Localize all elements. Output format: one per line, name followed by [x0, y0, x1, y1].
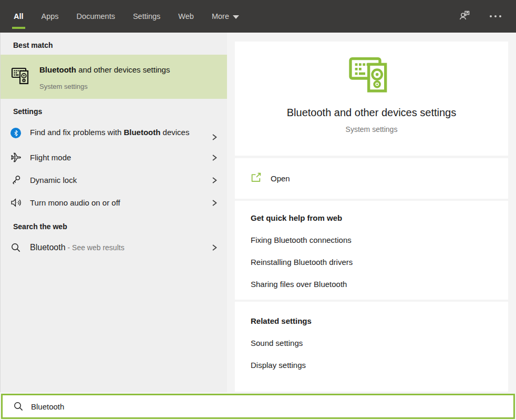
keyboard-speaker-devices-icon: [11, 66, 31, 85]
best-match-result[interactable]: Bluetooth and other devices settings Sys…: [1, 55, 227, 99]
related-settings-header: Related settings: [251, 316, 492, 325]
help-link-fixing-connections[interactable]: Fixing Bluetooth connections: [251, 235, 492, 244]
related-link-sound-settings[interactable]: Sound settings: [251, 339, 492, 347]
web-section-header: Search the web: [1, 214, 227, 236]
search-filter-tabs: All Apps Documents Settings Web More: [14, 0, 239, 33]
search-bar: [1, 394, 515, 419]
tab-web-label: Web: [178, 12, 194, 21]
tab-documents-label: Documents: [77, 12, 115, 21]
result-mono-audio[interactable]: Turn mono audio on or off: [1, 191, 227, 214]
chevron-right-icon: [211, 134, 218, 141]
chevron-right-icon: [211, 154, 218, 161]
preview-title: Bluetooth and other devices settings: [287, 107, 456, 119]
quick-help-header: Get quick help from web: [251, 213, 492, 222]
tab-web[interactable]: Web: [178, 0, 194, 33]
search-icon: [13, 401, 24, 412]
chevron-down-icon: [233, 15, 239, 19]
help-link-sharing-files[interactable]: Sharing files over Bluetooth: [251, 280, 492, 289]
chevron-right-icon: [211, 244, 218, 251]
speaker-icon: [10, 197, 22, 209]
result-web-search[interactable]: Bluetooth - See web results: [1, 236, 227, 259]
topbar-actions: [458, 9, 502, 24]
quick-help-card: Get quick help from web Fixing Bluetooth…: [235, 201, 508, 300]
tab-apps-label: Apps: [42, 12, 59, 21]
search-icon: [10, 242, 22, 253]
tab-settings[interactable]: Settings: [133, 0, 160, 33]
result-flight-mode[interactable]: Flight mode: [1, 146, 227, 169]
open-external-icon: [251, 172, 262, 185]
keyboard-speaker-devices-icon: [348, 53, 395, 97]
more-options-icon[interactable]: [489, 12, 502, 21]
result-find-fix-bluetooth[interactable]: Find and fix problems with Bluetooth dev…: [1, 121, 227, 146]
chevron-right-icon: [211, 199, 218, 207]
best-match-subtitle: System settings: [39, 83, 171, 90]
settings-section-header: Settings: [1, 99, 227, 121]
result-label: Bluetooth - See web results: [30, 241, 197, 254]
result-label: Turn mono audio on or off: [30, 197, 197, 209]
topbar: All Apps Documents Settings Web More: [0, 0, 516, 33]
result-label: Dynamic lock: [30, 174, 197, 186]
tab-all[interactable]: All: [14, 0, 24, 33]
tab-settings-label: Settings: [133, 12, 160, 21]
result-dynamic-lock[interactable]: Dynamic lock: [1, 169, 227, 191]
best-match-header: Best match: [1, 33, 227, 55]
feedback-icon[interactable]: [458, 9, 471, 24]
tab-documents[interactable]: Documents: [77, 0, 115, 33]
search-input[interactable]: [31, 402, 506, 411]
results-panel: Best match: [0, 33, 227, 392]
airplane-icon: [10, 152, 22, 163]
preview-card: Bluetooth and other devices settings Sys…: [235, 42, 508, 156]
best-match-title: Bluetooth and other devices settings: [39, 63, 171, 76]
tab-more[interactable]: More: [212, 0, 239, 33]
bluetooth-icon: [10, 127, 22, 139]
tab-apps[interactable]: Apps: [42, 0, 59, 33]
key-icon: [10, 175, 22, 186]
chevron-right-icon: [211, 177, 218, 184]
related-link-display-settings[interactable]: Display settings: [251, 361, 492, 370]
tab-all-label: All: [14, 12, 24, 21]
result-label: Find and fix problems with Bluetooth dev…: [30, 126, 197, 138]
preview-subtitle: System settings: [346, 125, 398, 134]
open-button[interactable]: Open: [271, 174, 290, 183]
open-action-row[interactable]: Open: [235, 158, 508, 199]
windows-search-window: All Apps Documents Settings Web More: [0, 0, 516, 420]
help-link-reinstalling-drivers[interactable]: Reinstalling Bluetooth drivers: [251, 258, 492, 267]
best-match-text: Bluetooth and other devices settings Sys…: [39, 63, 171, 90]
related-settings-card: Related settings Sound settings Display …: [235, 302, 508, 392]
result-label: Flight mode: [30, 151, 197, 163]
tab-more-label: More: [212, 12, 229, 21]
